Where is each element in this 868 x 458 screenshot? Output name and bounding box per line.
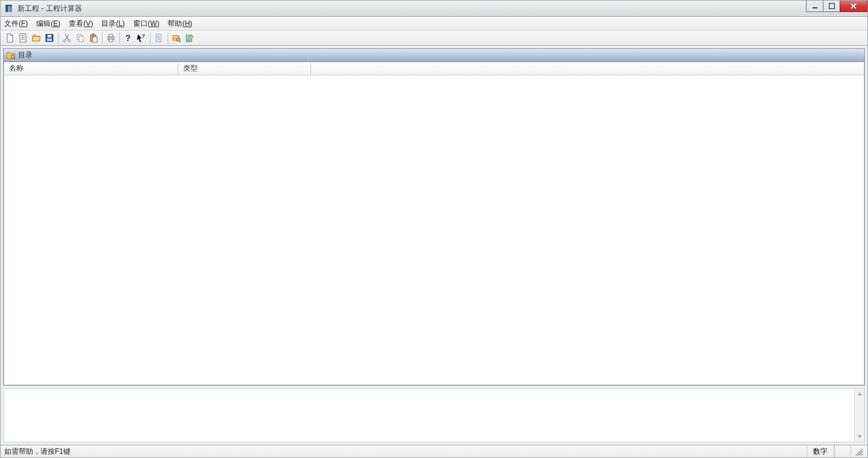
output-panel[interactable] — [3, 388, 865, 442]
toolbar-separator — [150, 32, 151, 44]
menu-view[interactable]: 查看(V) — [69, 19, 93, 29]
minimize-button[interactable] — [806, 1, 823, 12]
toolbar-separator — [102, 32, 102, 44]
document-action-button[interactable] — [153, 31, 166, 45]
app-icon — [4, 4, 14, 13]
cut-button[interactable] — [60, 31, 74, 45]
paste-button[interactable] — [87, 31, 100, 45]
title-bar: 新工程 - 工程计算器 — [0, 0, 868, 17]
svg-rect-7 — [47, 39, 52, 41]
new-file-button[interactable] — [3, 31, 16, 45]
svg-point-9 — [68, 40, 71, 42]
help-about-button[interactable]: ? — [122, 31, 135, 45]
table-header: 名称 类型 — [4, 62, 864, 75]
save-button[interactable] — [43, 31, 56, 45]
toolbar-separator — [168, 32, 168, 44]
table-body[interactable] — [4, 75, 864, 385]
scroll-down-icon[interactable] — [855, 431, 864, 442]
caption-buttons — [806, 1, 867, 12]
vertical-scrollbar[interactable] — [854, 389, 864, 442]
context-help-button[interactable]: ? — [135, 31, 148, 45]
menu-edit[interactable]: 编辑(E) — [36, 19, 60, 29]
svg-point-8 — [63, 40, 66, 42]
column-header-type[interactable]: 类型 — [178, 62, 311, 75]
catalog-panel-header: 目录 — [4, 49, 864, 62]
toolbar-separator — [119, 32, 120, 44]
svg-rect-4 — [829, 4, 834, 9]
catalog-panel-title: 目录 — [18, 50, 33, 60]
menu-file[interactable]: 文件(F) — [4, 19, 28, 29]
print-button[interactable] — [104, 31, 118, 45]
menu-help[interactable]: 帮助(H) — [168, 19, 192, 29]
folder-search-icon — [6, 51, 16, 60]
svg-rect-3 — [813, 7, 817, 8]
svg-rect-6 — [48, 35, 51, 37]
client-area: 目录 名称 类型 — [0, 46, 868, 445]
svg-rect-11 — [79, 36, 83, 42]
svg-rect-14 — [93, 37, 97, 42]
copy-button[interactable] — [74, 31, 87, 45]
find-button[interactable] — [170, 31, 183, 45]
svg-rect-17 — [109, 39, 113, 42]
svg-text:?: ? — [142, 33, 145, 39]
status-blank-cell — [834, 445, 851, 457]
svg-rect-16 — [109, 34, 113, 37]
toolbar-separator — [58, 32, 58, 44]
svg-rect-13 — [92, 34, 94, 36]
catalog-panel: 目录 名称 类型 — [3, 48, 865, 386]
maximize-button[interactable] — [823, 1, 840, 12]
svg-rect-2 — [5, 5, 12, 6]
window-title: 新工程 - 工程计算器 — [17, 4, 82, 14]
menu-window[interactable]: 窗口(W) — [133, 19, 159, 29]
scroll-up-icon[interactable] — [855, 389, 864, 399]
menu-catalog[interactable]: 目录(L) — [101, 19, 125, 29]
open-button[interactable] — [30, 31, 43, 45]
annotate-button[interactable] — [183, 31, 197, 45]
column-header-blank[interactable] — [311, 62, 864, 75]
toolbar: ? ? — [0, 30, 868, 46]
svg-rect-20 — [156, 34, 161, 42]
status-bar: 如需帮助，请按F1键 数字 — [0, 445, 868, 458]
scroll-track[interactable] — [855, 399, 864, 431]
status-numlock: 数字 — [807, 445, 834, 457]
menu-bar: 文件(F) 编辑(E) 查看(V) 目录(L) 窗口(W) 帮助(H) — [0, 17, 868, 30]
column-header-name[interactable]: 名称 — [4, 62, 178, 75]
status-message: 如需帮助，请按F1键 — [4, 447, 807, 457]
new-sheet-button[interactable] — [16, 31, 30, 45]
resize-grip-icon[interactable] — [854, 447, 864, 457]
svg-text:?: ? — [125, 33, 131, 43]
close-button[interactable] — [840, 1, 867, 12]
